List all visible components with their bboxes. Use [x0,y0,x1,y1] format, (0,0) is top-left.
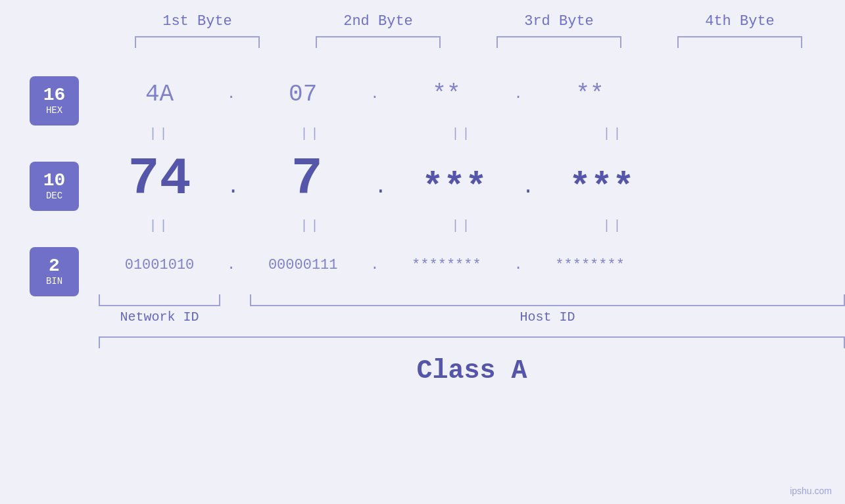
equals-1-b4: || [552,126,674,141]
bin-byte1: 01001010 [125,257,195,273]
bottom-brackets [79,294,845,306]
byte-headers: 1st Byte 2nd Byte 3rd Byte 4th Byte [107,13,831,30]
class-section [79,336,845,348]
id-labels: Network ID Host ID [79,309,845,325]
equals-1-b2: || [250,126,372,141]
bin-dot2: . [370,257,379,273]
badges-column: 16 HEX 10 DEC 2 BIN [0,61,79,386]
bracket-byte1 [135,36,260,48]
header-byte3: 3rd Byte [487,13,631,30]
bin-byte2: 00000111 [268,257,338,273]
bin-dot3: . [514,257,522,273]
bin-dot1: . [227,257,235,273]
equals-2-b3: || [401,218,523,233]
bin-badge: 2 BIN [30,247,79,296]
dec-badge: 10 DEC [30,162,79,211]
bracket-byte4 [677,36,802,48]
class-label: Class A [99,356,845,386]
bin-badge-num: 2 [49,256,60,277]
hex-byte4: ** [576,81,604,108]
ip-rows-wrapper: 4A . 07 . ** . ** || || [79,61,845,386]
network-id-label: Network ID [99,309,220,325]
network-bracket [99,294,220,306]
dec-byte3: *** [422,167,487,208]
equals-2-b1: || [99,218,220,233]
hex-dot3: . [514,86,522,103]
hex-badge-label: HEX [46,105,62,116]
hex-byte3: ** [432,81,460,108]
host-id-label: Host ID [250,309,845,325]
dec-dot1: . [227,175,239,206]
bin-badge-label: BIN [46,276,62,286]
watermark: ipshu.com [790,486,832,496]
hex-badge: 16 HEX [30,76,79,126]
dec-badge-label: DEC [46,191,62,201]
hex-badge-num: 16 [43,85,66,106]
dec-badge-num: 10 [43,171,66,191]
equals-2-b4: || [552,218,674,233]
equals-2-b2: || [250,218,372,233]
equals-row-1: || || || || [79,120,845,147]
dec-byte2: 7 [291,149,323,209]
dec-dot2: . [374,175,387,206]
dec-row: 74 . 7 . *** . *** [79,147,845,212]
bracket-byte2 [316,36,441,48]
bin-byte4: ******** [555,257,625,273]
hex-dot1: . [227,86,235,103]
hex-row: 4A . 07 . ** . ** [79,68,845,120]
bin-byte3: ******** [412,257,481,273]
class-bracket [99,336,845,348]
class-label-wrapper: Class A [79,356,845,386]
equals-row-2: || || || || [79,212,845,239]
dec-byte4: *** [569,167,635,208]
hex-byte1: 4A [145,81,174,108]
bin-row: 01001010 . 00000111 . ******** . *******… [79,239,845,291]
header-byte1: 1st Byte [125,13,270,30]
bracket-byte3 [496,36,621,48]
host-bracket [250,294,845,306]
header-byte4: 4th Byte [667,13,812,30]
hex-dot2: . [370,86,379,103]
main-container: 1st Byte 2nd Byte 3rd Byte 4th Byte 16 H… [0,0,845,504]
header-byte2: 2nd Byte [306,13,450,30]
equals-1-b3: || [401,126,523,141]
equals-1-b1: || [99,126,220,141]
hex-byte2: 07 [289,81,317,108]
top-brackets [107,36,831,48]
dec-dot3: . [521,175,534,206]
rows-and-badges: 16 HEX 10 DEC 2 BIN [0,61,845,386]
dec-byte1: 74 [128,149,191,209]
